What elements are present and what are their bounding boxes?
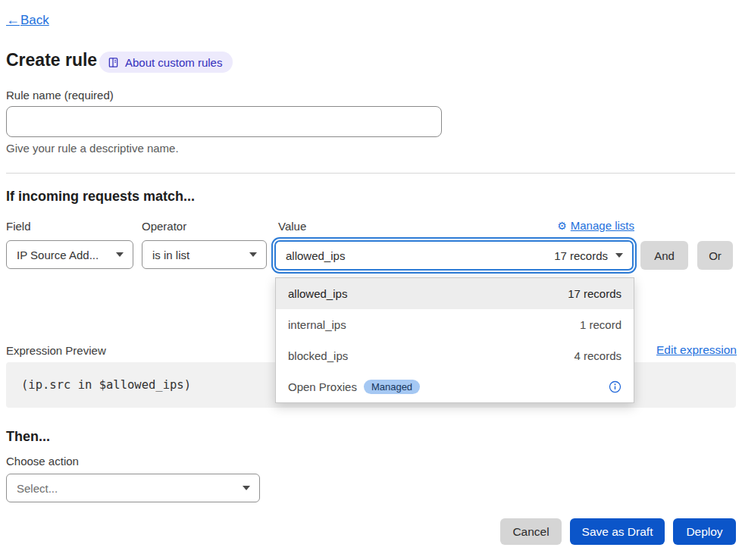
operator-label: Operator — [142, 220, 186, 233]
field-select[interactable]: IP Source Add... — [6, 240, 133, 269]
match-section-heading: If incoming requests match... — [6, 189, 195, 205]
managed-badge: Managed — [364, 380, 420, 394]
expression-preview-label: Expression Preview — [6, 344, 106, 357]
list-item-record-count: 1 record — [580, 318, 621, 331]
info-icon[interactable] — [609, 380, 621, 393]
then-section-heading: Then... — [6, 429, 50, 445]
create-rule-page: ←Back Create rule About custom rules Rul… — [0, 0, 742, 560]
list-item-name: blocked_ips — [288, 349, 348, 362]
gear-icon: ⚙ — [557, 220, 567, 232]
save-as-draft-button[interactable]: Save as Draft — [570, 518, 665, 545]
edit-expression-link[interactable]: Edit expression — [656, 343, 737, 357]
value-select-value: allowed_ips — [286, 249, 345, 262]
section-divider — [6, 173, 735, 174]
or-button[interactable]: Or — [697, 241, 733, 270]
value-label: Value — [278, 220, 306, 233]
value-select-record-count: 17 records — [554, 249, 608, 262]
operator-select[interactable]: is in list — [142, 240, 267, 269]
back-label: Back — [20, 13, 49, 28]
field-label: Field — [6, 220, 31, 233]
list-item-name: allowed_ips — [288, 287, 347, 300]
list-item-internal-ips[interactable]: internal_ips 1 record — [276, 309, 634, 340]
list-item-blocked-ips[interactable]: blocked_ips 4 records — [276, 340, 634, 371]
value-select[interactable]: allowed_ips 17 records — [274, 240, 634, 271]
back-link[interactable]: ←Back — [6, 12, 49, 28]
rule-name-input[interactable] — [6, 106, 442, 137]
list-item-open-proxies[interactable]: Open Proxies Managed — [276, 371, 634, 402]
action-select[interactable]: Select... — [6, 474, 260, 502]
about-badge-label: About custom rules — [125, 56, 222, 69]
and-button[interactable]: And — [640, 241, 688, 270]
list-item-name: internal_ips — [288, 318, 346, 331]
about-custom-rules-link[interactable]: About custom rules — [99, 52, 233, 73]
manage-lists-link[interactable]: ⚙ Manage lists — [557, 219, 634, 232]
value-dropdown-panel: allowed_ips 17 records internal_ips 1 re… — [275, 277, 634, 403]
operator-select-value: is in list — [152, 249, 242, 261]
page-title: Create rule — [6, 50, 97, 70]
deploy-button[interactable]: Deploy — [673, 518, 736, 545]
book-icon — [108, 57, 119, 68]
manage-lists-label: Manage lists — [571, 219, 634, 232]
list-item-record-count: 4 records — [574, 349, 621, 362]
list-item-allowed-ips[interactable]: allowed_ips 17 records — [276, 278, 634, 309]
cancel-button[interactable]: Cancel — [500, 518, 562, 545]
action-select-placeholder: Select... — [17, 482, 235, 495]
chevron-down-icon — [249, 252, 257, 257]
field-select-value: IP Source Add... — [17, 249, 108, 261]
list-item-record-count: 17 records — [568, 287, 621, 300]
chevron-down-icon — [615, 253, 623, 258]
chevron-down-icon — [243, 486, 250, 490]
list-item-name: Open Proxies — [288, 380, 357, 393]
choose-action-label: Choose action — [6, 455, 79, 468]
rule-name-label: Rule name (required) — [6, 89, 114, 102]
rule-name-helper-text: Give your rule a descriptive name. — [6, 142, 179, 155]
chevron-down-icon — [116, 252, 124, 257]
back-arrow-icon: ← — [6, 12, 20, 28]
